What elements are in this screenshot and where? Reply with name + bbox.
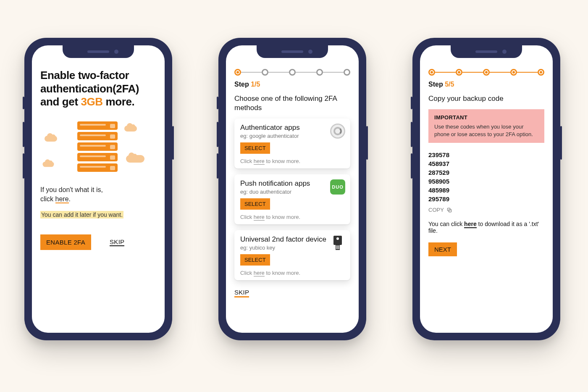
learn-more-link[interactable]: here xyxy=(254,214,265,221)
step-dot-1 xyxy=(428,69,435,76)
backup-code: 287529 xyxy=(428,168,544,177)
card-sub: eg: yubico key xyxy=(240,245,344,251)
screen-step-1: Step 1/5 Choose one of the following 2FA… xyxy=(226,45,359,333)
info-text: If you don't what it is, click here. xyxy=(40,185,156,203)
select-push-button[interactable]: SELECT xyxy=(240,198,270,210)
step-dot-4 xyxy=(316,69,323,76)
step-dot-2 xyxy=(456,69,462,76)
backup-code: 295789 xyxy=(428,195,544,203)
step-prompt: Choose one of the following 2FA methods xyxy=(234,94,350,113)
download-link[interactable]: here xyxy=(464,221,477,228)
enable-title: Enable two-factor authentication(2FA) an… xyxy=(40,69,156,109)
skip-link[interactable]: SKIP xyxy=(110,238,124,246)
progress-stepper xyxy=(428,69,544,76)
step-dot-5 xyxy=(344,69,350,76)
server-icon xyxy=(77,121,118,172)
card-footer: Click here to know more. xyxy=(240,214,344,220)
svg-rect-5 xyxy=(339,245,339,249)
cloud-icon xyxy=(43,162,54,167)
important-body: Use these codes when you lose your phone… xyxy=(434,123,538,138)
phone-enable-2fa: Enable two-factor authentication(2FA) an… xyxy=(24,38,172,340)
svg-rect-3 xyxy=(336,245,337,249)
select-authenticator-button[interactable]: SELECT xyxy=(240,142,270,154)
step-label: Step 1/5 xyxy=(234,81,350,88)
title-line3b: more. xyxy=(103,95,135,108)
card-footer: Click here to know more. xyxy=(240,270,344,276)
card-title: Authenticator apps xyxy=(240,124,344,132)
card-sub: eg: duo authenticator xyxy=(240,189,344,195)
title-line3a: and get xyxy=(40,95,81,108)
title-accent: 3GB xyxy=(81,95,102,108)
copy-codes-button[interactable]: COPY xyxy=(428,207,544,213)
step-dot-3 xyxy=(483,69,490,76)
backup-code: 485989 xyxy=(428,186,544,195)
backup-code: 958905 xyxy=(428,177,544,186)
server-illustration xyxy=(40,121,156,180)
important-heading: IMPORTANT xyxy=(434,114,538,121)
google-authenticator-icon xyxy=(330,124,345,139)
option-u2f-device: Universal 2nd factor device eg: yubico k… xyxy=(234,230,350,280)
cloud-icon xyxy=(126,155,144,163)
skip-link[interactable]: SKIP xyxy=(234,289,249,297)
cloud-icon xyxy=(124,126,137,132)
duo-icon: DUO xyxy=(330,179,345,195)
phone-step-1: Step 1/5 Choose one of the following 2FA… xyxy=(218,38,366,340)
card-sub: eg: google authenticator xyxy=(240,133,344,139)
next-button[interactable]: NEXT xyxy=(428,242,457,256)
progress-stepper xyxy=(234,69,350,76)
option-authenticator-apps: Authenticator apps eg: google authentica… xyxy=(234,118,350,168)
step-dot-4 xyxy=(510,69,517,76)
phone-notch xyxy=(451,45,522,58)
step-label: Step 5/5 xyxy=(428,81,544,88)
svg-rect-4 xyxy=(337,245,338,249)
select-u2f-button[interactable]: SELECT xyxy=(240,254,270,266)
title-line2: authentication(2FA) xyxy=(40,82,139,95)
step-dot-5 xyxy=(538,69,544,76)
card-title: Universal 2nd factor device xyxy=(240,235,344,244)
cloud-icon xyxy=(45,136,57,142)
option-push-apps: DUO Push notification apps eg: duo authe… xyxy=(234,174,350,224)
backup-code: 239578 xyxy=(428,150,544,159)
backup-code: 458937 xyxy=(428,159,544,168)
enable-2fa-button[interactable]: ENABLE 2FA xyxy=(40,234,91,250)
card-footer: Click here to know more. xyxy=(240,158,344,164)
phone-step-5: Step 5/5 Copy your backup code IMPORTANT… xyxy=(412,38,560,340)
copy-icon xyxy=(446,207,452,213)
phone-notch xyxy=(63,45,134,58)
learn-more-link[interactable]: here xyxy=(55,195,69,203)
screen-step-5: Step 5/5 Copy your backup code IMPORTANT… xyxy=(420,45,553,333)
svg-point-1 xyxy=(336,237,339,240)
step-dot-2 xyxy=(262,69,268,76)
title-line1: Enable two-factor xyxy=(40,69,129,82)
svg-rect-0 xyxy=(333,236,342,245)
download-row: You can click here to download it as a '… xyxy=(428,221,544,234)
step-dot-1 xyxy=(234,69,241,76)
important-banner: IMPORTANT Use these codes when you lose … xyxy=(428,109,544,143)
yubikey-icon xyxy=(330,235,345,250)
step-prompt: Copy your backup code xyxy=(428,94,544,103)
later-note: You can add it later if you want. xyxy=(40,211,156,218)
learn-more-link[interactable]: here xyxy=(254,158,265,165)
learn-more-link[interactable]: here xyxy=(254,270,265,276)
card-title: Push notification apps xyxy=(240,179,344,188)
backup-codes: 239578 458937 287529 958905 485989 29578… xyxy=(428,150,544,203)
phone-notch xyxy=(257,45,328,58)
step-dot-3 xyxy=(289,69,296,76)
screen-enable-2fa: Enable two-factor authentication(2FA) an… xyxy=(32,45,165,333)
